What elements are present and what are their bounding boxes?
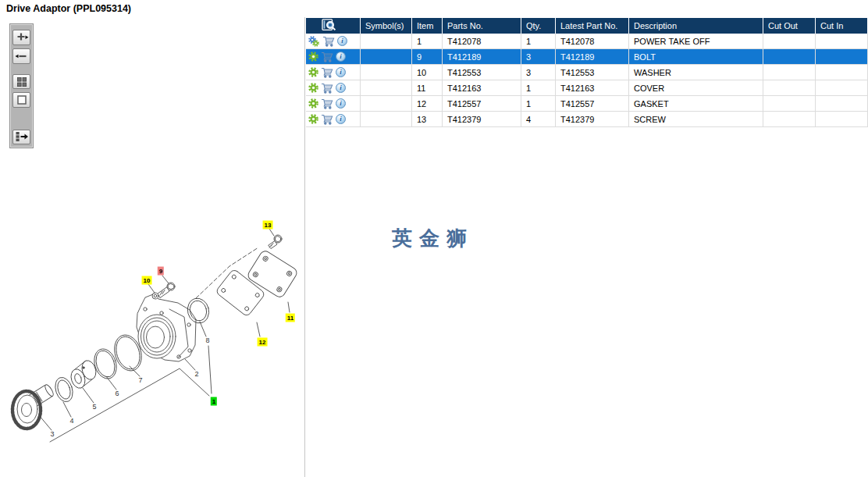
cell-icons[interactable]: i [306, 112, 361, 127]
cell-cut_out[interactable] [763, 34, 816, 49]
diagram-callout-4[interactable]: 4 [68, 417, 75, 425]
cell-cut_out[interactable] [763, 49, 816, 65]
gear-icon[interactable] [308, 114, 318, 124]
cell-qty[interactable]: 1 [521, 96, 556, 112]
cell-symbols[interactable] [361, 112, 412, 127]
cell-icons[interactable]: i [306, 80, 361, 96]
cell-icons[interactable]: i [306, 96, 361, 112]
info-icon[interactable]: i [336, 67, 346, 77]
diagram-callout-11[interactable]: 11 [286, 314, 295, 322]
cell-cut_in[interactable] [816, 96, 868, 112]
cell-latest_part_no[interactable]: T412553 [556, 65, 629, 80]
cell-description[interactable]: COVER [629, 80, 763, 96]
info-icon[interactable]: i [336, 98, 346, 109]
cart-icon[interactable] [321, 114, 333, 125]
cell-item[interactable]: 13 [412, 112, 443, 127]
diagram-callout-5[interactable]: 5 [91, 403, 98, 411]
cell-cut_in[interactable] [816, 65, 868, 80]
cell-item[interactable]: 9 [412, 49, 443, 65]
cell-item[interactable]: 1 [412, 34, 443, 49]
table-row[interactable]: i9T4121893T412189BOLT [306, 49, 868, 65]
diagram-callout-3[interactable]: 3 [48, 430, 55, 439]
info-icon[interactable]: i [336, 114, 346, 124]
gear-icon[interactable] [308, 67, 318, 77]
cart-icon[interactable] [321, 52, 333, 62]
diagram-callout-8[interactable]: 8 [204, 336, 211, 345]
cell-item[interactable]: 12 [412, 96, 443, 112]
cell-icons[interactable]: i [306, 49, 361, 65]
diagram-callout-2[interactable]: 2 [193, 370, 200, 379]
info-icon[interactable]: i [336, 83, 346, 93]
cart-icon[interactable] [321, 83, 333, 94]
cell-parts_no[interactable]: T412078 [443, 34, 521, 49]
info-icon[interactable]: i [336, 52, 346, 62]
cart-icon[interactable] [322, 36, 335, 47]
cell-qty[interactable]: 3 [521, 65, 556, 80]
column-header-cut_in[interactable]: Cut In [816, 18, 868, 34]
cell-parts_no[interactable]: T412553 [443, 65, 521, 80]
cell-cut_in[interactable] [816, 34, 868, 49]
diagram-callout-9[interactable]: 9 [158, 267, 164, 276]
cell-parts_no[interactable]: T412557 [443, 96, 521, 112]
diagram-callout-12[interactable]: 12 [258, 338, 268, 347]
diagram-callout-1[interactable]: 1 [211, 397, 217, 406]
cell-latest_part_no[interactable]: T412379 [556, 112, 629, 127]
cell-symbols[interactable] [361, 34, 412, 49]
cell-latest_part_no[interactable]: T412189 [556, 49, 629, 65]
cell-symbols[interactable] [361, 65, 412, 80]
cell-qty[interactable]: 1 [521, 80, 556, 96]
cell-parts_no[interactable]: T412163 [443, 80, 521, 96]
cell-symbols[interactable] [361, 49, 412, 65]
table-row[interactable]: i13T4123794T412379SCREW [306, 112, 868, 127]
cell-icons[interactable]: i [306, 34, 361, 49]
cell-cut_in[interactable] [816, 112, 868, 127]
cell-cut_out[interactable] [763, 112, 816, 127]
table-row[interactable]: i11T4121631T412163COVER [306, 80, 868, 96]
info-icon[interactable]: i [337, 36, 347, 46]
diagram-callout-6[interactable]: 6 [113, 390, 120, 398]
cell-cut_out[interactable] [763, 96, 816, 112]
cell-qty[interactable]: 3 [521, 49, 556, 65]
column-header-qty[interactable]: Qty. [521, 18, 556, 34]
cell-cut_in[interactable] [816, 49, 868, 65]
gears-icon[interactable] [308, 36, 320, 47]
column-header-latest_part_no[interactable]: Latest Part No. [556, 18, 629, 34]
table-row[interactable]: i1T4120781T412078POWER TAKE OFF [306, 34, 868, 49]
column-header-item[interactable]: Item [412, 18, 443, 34]
cell-description[interactable]: BOLT [629, 49, 763, 65]
cell-symbols[interactable] [361, 80, 412, 96]
table-row[interactable]: i10T4125533T412553WASHER [306, 65, 868, 80]
gear-icon[interactable] [308, 52, 318, 62]
column-header-icons[interactable] [306, 18, 361, 34]
cell-qty[interactable]: 4 [521, 112, 556, 127]
cell-latest_part_no[interactable]: T412078 [556, 34, 629, 49]
cell-qty[interactable]: 1 [521, 34, 556, 49]
table-row[interactable]: i12T4125571T412557GASKET [306, 96, 868, 112]
column-header-cut_out[interactable]: Cut Out [763, 18, 816, 34]
cart-icon[interactable] [321, 98, 333, 109]
column-header-description[interactable]: Description [629, 18, 763, 34]
cell-cut_out[interactable] [763, 65, 816, 80]
cell-description[interactable]: GASKET [629, 96, 763, 112]
cell-description[interactable]: POWER TAKE OFF [629, 34, 763, 49]
cell-symbols[interactable] [361, 96, 412, 112]
gear-icon[interactable] [308, 83, 318, 93]
cell-latest_part_no[interactable]: T412557 [556, 96, 629, 112]
cell-description[interactable]: WASHER [629, 65, 763, 80]
gear-icon[interactable] [308, 98, 318, 109]
cell-cut_out[interactable] [763, 80, 816, 96]
cell-parts_no[interactable]: T412189 [443, 49, 521, 65]
cart-icon[interactable] [321, 67, 333, 78]
diagram-callout-7[interactable]: 7 [137, 376, 144, 385]
cell-item[interactable]: 10 [412, 65, 443, 80]
cell-icons[interactable]: i [306, 65, 361, 80]
column-header-parts_no[interactable]: Parts No. [443, 18, 521, 34]
cell-parts_no[interactable]: T412379 [443, 112, 521, 127]
cell-cut_in[interactable] [816, 80, 868, 96]
diagram-callout-13[interactable]: 13 [263, 221, 273, 230]
diagram-callout-10[interactable]: 10 [142, 276, 152, 285]
cell-latest_part_no[interactable]: T412163 [556, 80, 629, 96]
column-header-symbols[interactable]: Symbol(s) [361, 18, 412, 34]
cell-description[interactable]: SCREW [629, 112, 763, 127]
cell-item[interactable]: 11 [412, 80, 443, 96]
